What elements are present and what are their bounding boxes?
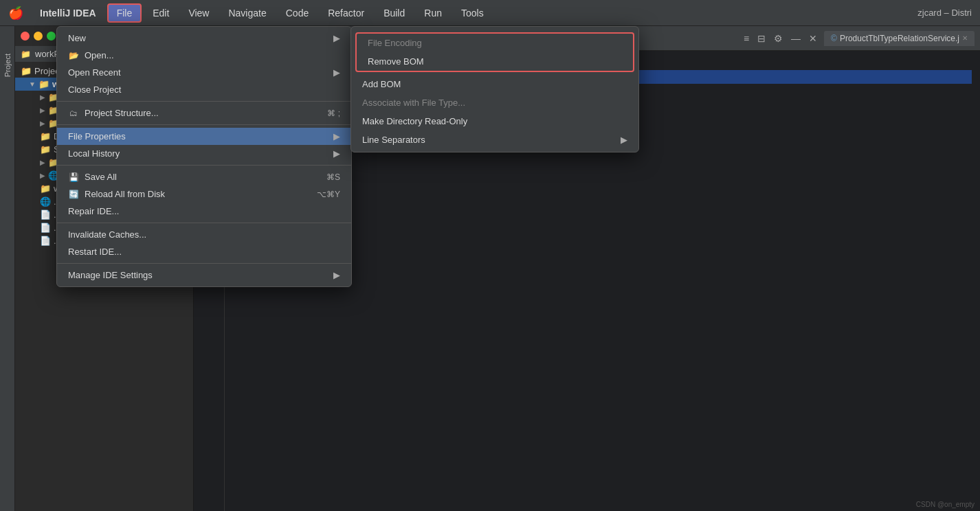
menu-item-navigate[interactable]: Navigate <box>220 5 274 21</box>
chevron-down-icon: ▼ <box>29 80 36 88</box>
sidebar-tab-label[interactable]: Project <box>3 54 12 77</box>
red-box-highlight: File Encoding Remove BOM <box>355 32 634 72</box>
app-title: IntelliJ IDEA <box>32 5 104 21</box>
chevron-right-icon: ▶ <box>40 106 45 114</box>
menu-item-tools[interactable]: Tools <box>453 5 492 21</box>
close-button[interactable] <box>21 32 30 41</box>
close-tab-icon[interactable]: ✕ <box>806 32 820 45</box>
menu-save-all[interactable]: 💾 Save All ⌘S <box>57 168 351 185</box>
chevron-right-icon: ▶ <box>40 93 45 101</box>
folder-icon: 📁 <box>40 131 51 141</box>
tab-label: ProductTblTypeRelationService.j <box>840 34 959 43</box>
open-folder-icon: 📂 <box>68 51 79 60</box>
submenu-file-encoding-label: File Encoding <box>368 38 422 48</box>
folder-icon: 📁 <box>21 66 32 76</box>
submenu-add-bom-label: Add BOM <box>362 79 401 89</box>
file-icon: 📄 <box>40 223 51 233</box>
save-icon: 💾 <box>68 172 79 182</box>
menu-open[interactable]: 📂 Open... <box>57 47 351 64</box>
file-menu-dropdown: New ▶ 📂 Open... Open Recent ▶ Close Proj… <box>56 26 352 287</box>
menu-item-code[interactable]: Code <box>278 5 317 21</box>
minimize-icon[interactable]: — <box>788 32 803 45</box>
menu-manage-ide-settings[interactable]: Manage IDE Settings ▶ <box>57 266 351 284</box>
menu-bar: 🍎 IntelliJ IDEA File Edit View Navigate … <box>0 0 980 26</box>
submenu-arrow-icon: ▶ <box>621 135 627 145</box>
menu-open-recent[interactable]: Open Recent ▶ <box>57 64 351 81</box>
menu-repair-ide[interactable]: Repair IDE... <box>57 203 351 220</box>
tab-file-icon: © <box>831 34 837 43</box>
menu-separator <box>57 223 351 223</box>
sidebar-tab: Project <box>0 26 15 511</box>
submenu-make-readonly-label: Make Directory Read-Only <box>362 116 467 126</box>
menu-restart-ide[interactable]: Restart IDE... <box>57 243 351 260</box>
menu-separator <box>57 124 351 125</box>
menu-item-edit[interactable]: Edit <box>144 5 177 21</box>
menu-invalidate-caches-label: Invalidate Caches... <box>68 229 146 240</box>
menu-new-label: New <box>68 33 86 43</box>
submenu-arrow-icon: ▶ <box>333 33 340 43</box>
submenu-line-separators-label: Line Separators <box>362 135 425 145</box>
submenu-remove-bom[interactable]: Remove BOM <box>357 52 633 71</box>
file-icon: 📄 <box>40 209 51 220</box>
folder-icon: 📁 <box>40 183 51 194</box>
menu-project-structure-label: Project Structure... <box>85 108 159 118</box>
menu-item-build[interactable]: Build <box>375 5 413 21</box>
menu-project-structure[interactable]: 🗂 Project Structure... ⌘ ; <box>57 104 351 122</box>
menu-open-label: Open... <box>85 50 114 60</box>
menu-save-all-label: Save All <box>85 172 117 182</box>
menu-item-view[interactable]: View <box>180 5 217 21</box>
menu-reload-label: Reload All from Disk <box>85 189 165 199</box>
menu-file-properties[interactable]: File Properties ▶ <box>57 128 351 145</box>
folder-icon: 📁 <box>21 49 31 59</box>
shortcut-label: ⌘S <box>326 172 340 182</box>
submenu-arrow-icon: ▶ <box>333 67 340 78</box>
minimize-button[interactable] <box>34 32 43 41</box>
submenu-make-readonly[interactable]: Make Directory Read-Only <box>351 112 638 130</box>
chevron-right-icon: ▶ <box>40 159 45 166</box>
maximize-button[interactable] <box>47 32 56 41</box>
menu-local-history-label: Local History <box>68 148 120 159</box>
shortcut-label: ⌥⌘Y <box>317 190 340 199</box>
submenu-arrow-icon: ▶ <box>333 270 340 280</box>
menu-manage-ide-settings-label: Manage IDE Settings <box>68 270 153 280</box>
editor-tab[interactable]: © ProductTblTypeRelationService.j ✕ <box>824 31 975 46</box>
menu-separator <box>57 263 351 264</box>
align-icon[interactable]: ≡ <box>741 32 752 45</box>
menu-new[interactable]: New ▶ <box>57 30 351 47</box>
submenu-line-separators[interactable]: Line Separators ▶ <box>351 130 638 149</box>
menu-repair-ide-label: Repair IDE... <box>68 206 119 216</box>
submenu-arrow-icon: ▶ <box>333 148 340 159</box>
menu-close-project[interactable]: Close Project <box>57 81 351 98</box>
tab-close-icon[interactable]: ✕ <box>962 34 968 42</box>
toolbar-icons: ≡ ⊟ ⚙ — ✕ <box>741 32 820 45</box>
submenu-file-encoding: File Encoding <box>357 34 633 52</box>
menu-separator <box>57 165 351 166</box>
filter-icon[interactable]: ⊟ <box>755 32 768 45</box>
menu-item-refactor[interactable]: Refactor <box>320 5 372 21</box>
window-title: zjcard – Distri <box>917 8 972 18</box>
reload-icon: 🔄 <box>68 190 79 199</box>
menu-item-file[interactable]: File <box>107 3 142 23</box>
watermark: CSDN @on_empty <box>916 501 975 508</box>
project-structure-icon: 🗂 <box>68 109 79 118</box>
submenu-arrow-icon: ▶ <box>333 131 340 141</box>
menu-close-project-label: Close Project <box>68 84 121 95</box>
menu-local-history[interactable]: Local History ▶ <box>57 145 351 162</box>
menu-open-recent-label: Open Recent <box>68 67 121 78</box>
menu-item-run[interactable]: Run <box>416 5 450 21</box>
menu-reload[interactable]: 🔄 Reload All from Disk ⌥⌘Y <box>57 185 351 203</box>
apple-logo-icon[interactable]: 🍎 <box>8 5 23 21</box>
submenu-remove-bom-label: Remove BOM <box>368 56 424 67</box>
menu-restart-ide-label: Restart IDE... <box>68 247 122 257</box>
chevron-right-icon: ▶ <box>40 120 45 127</box>
file-icon: 📄 <box>40 236 51 246</box>
menu-separator <box>57 101 351 102</box>
menu-invalidate-caches[interactable]: Invalidate Caches... <box>57 226 351 243</box>
submenu-add-bom[interactable]: Add BOM <box>351 75 638 93</box>
shortcut-label: ⌘ ; <box>327 109 340 118</box>
file-icon: 🌐 <box>40 196 51 207</box>
folder-icon: 📁 <box>38 79 49 89</box>
submenu-associate-file-type-label: Associate with File Type... <box>362 98 465 108</box>
file-properties-submenu: File Encoding Remove BOM Add BOM Associa… <box>350 26 639 152</box>
settings-icon[interactable]: ⚙ <box>771 32 786 45</box>
